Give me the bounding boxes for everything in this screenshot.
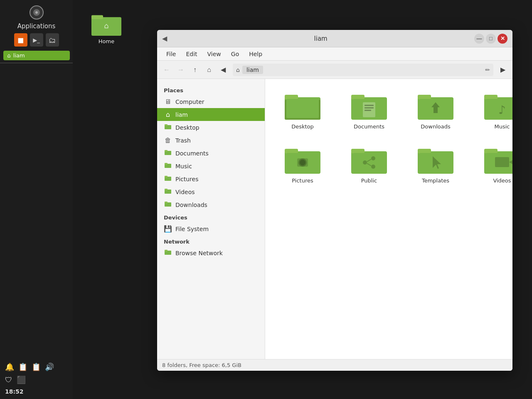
sidebar-label-computer: Computer [175, 99, 204, 105]
home-button[interactable]: ⌂ [203, 64, 215, 76]
menu-go[interactable]: Go [227, 49, 243, 59]
app-title-label: Applications [17, 22, 56, 30]
sidebar-item-downloads[interactable]: Downloads [157, 198, 265, 211]
menu-file[interactable]: File [162, 49, 180, 59]
window-controls: — □ ✕ [474, 34, 507, 44]
desktop-home-icon[interactable]: ⌂ Home [91, 12, 121, 44]
taskbar-active-item[interactable]: ⌂ liam [3, 51, 70, 60]
svg-rect-58 [484, 149, 498, 153]
svg-rect-17 [165, 202, 167, 203]
file-item-desktop[interactable]: Desktop [273, 87, 332, 133]
maximize-button[interactable]: □ [486, 34, 496, 44]
computer-icon: 🖥 [164, 98, 172, 106]
file-label-public: Public [361, 177, 377, 184]
file-item-templates[interactable]: Templates [406, 141, 465, 187]
titlebar-left: ◀ [162, 34, 167, 42]
file-label-music: Music [495, 123, 510, 130]
screen-icon[interactable]: ⬛ [17, 375, 26, 384]
trash-icon: 🗑 [164, 136, 172, 144]
forward-button[interactable]: → [175, 64, 187, 76]
file-item-music[interactable]: ♪ Music [473, 87, 512, 133]
file-manager-window: ◀ liam — □ ✕ File Edit View Go Help ← → … [157, 30, 512, 371]
downloads-sidebar-icon [164, 201, 172, 209]
sidebar-item-videos[interactable]: Videos [157, 185, 265, 198]
active-item-icon: ⌂ [7, 52, 11, 59]
taskbar-top: Applications ■ ▶_ 🗂 ⌂ liam [0, 0, 73, 63]
svg-rect-46 [351, 149, 365, 153]
svg-text:♪: ♪ [498, 103, 506, 117]
svg-point-48 [363, 160, 367, 165]
sidebar-item-desktop[interactable]: Desktop [157, 121, 265, 134]
app-logo [28, 4, 45, 21]
file-item-documents[interactable]: Documents [340, 87, 398, 133]
terminal-icon-btn[interactable]: ▶_ [30, 33, 43, 47]
sidebar-item-filesystem[interactable]: 💾 File System [157, 222, 265, 235]
network-section-title: Network [157, 235, 265, 246]
svg-rect-30 [365, 110, 371, 111]
sidebar-item-pictures[interactable]: Pictures [157, 172, 265, 185]
clock: 18:52 [5, 388, 68, 395]
sidebar-label-music: Music [175, 163, 192, 170]
file-item-videos[interactable]: Videos [473, 141, 512, 187]
sidebar-item-browse-network[interactable]: Browse Network [157, 246, 265, 259]
tray-icons-top: 🔔 📋 📋 🔊 [5, 362, 68, 371]
sidebar-label-documents: Documents [175, 150, 209, 157]
address-home-icon: ⌂ [236, 66, 240, 73]
back-button[interactable]: ← [160, 64, 173, 76]
tray-icons-bottom: 🛡 ⬛ [5, 375, 68, 384]
sidebar-label-downloads: Downloads [175, 202, 207, 208]
orange-icon-btn[interactable]: ■ [14, 33, 27, 47]
taskbar-icons-row: ■ ▶_ 🗂 [14, 33, 59, 47]
address-prev-button[interactable]: ◀ [217, 64, 229, 76]
sidebar-item-trash[interactable]: 🗑 Trash [157, 134, 265, 147]
files-icon-btn[interactable]: 🗂 [46, 33, 59, 47]
desktop-icon-label: Home [99, 38, 114, 44]
file-item-downloads[interactable]: Downloads [406, 87, 465, 133]
svg-rect-15 [165, 189, 167, 190]
address-next-button[interactable]: ▶ [497, 64, 509, 76]
file-label-documents: Documents [354, 123, 384, 130]
sidebar-label-filesystem: File System [175, 226, 209, 232]
address-edit-icon[interactable]: ✏ [485, 66, 490, 73]
svg-rect-28 [365, 105, 374, 106]
svg-rect-19 [165, 250, 167, 251]
sidebar-label-videos: Videos [175, 189, 195, 195]
music-sidebar-icon [164, 162, 172, 170]
volume-icon[interactable]: 🔊 [45, 362, 54, 371]
shield-icon[interactable]: 🛡 [5, 375, 12, 384]
sidebar-label-browse-network: Browse Network [175, 250, 223, 256]
clipboard-icon[interactable]: 📋 [18, 362, 27, 371]
sidebar-item-documents[interactable]: Documents [157, 147, 265, 160]
svg-point-44 [300, 160, 305, 165]
sidebar-item-liam[interactable]: ⌂ liam [157, 108, 265, 121]
up-button[interactable]: ↑ [189, 64, 201, 76]
sidebar-label-desktop: Desktop [175, 124, 200, 131]
minimize-button[interactable]: — [474, 34, 484, 44]
menubar: File Edit View Go Help [157, 47, 512, 61]
taskbar: Applications ■ ▶_ 🗂 ⌂ liam 🔔 📋 📋 🔊 🛡 ⬛ 1… [0, 0, 73, 399]
close-button[interactable]: ✕ [498, 34, 507, 44]
menu-view[interactable]: View [203, 49, 225, 59]
liam-home-icon: ⌂ [164, 111, 172, 118]
filesystem-icon: 💾 [164, 225, 172, 233]
svg-rect-54 [418, 149, 431, 153]
sidebar-label-pictures: Pictures [175, 176, 198, 182]
titlebar-chevron[interactable]: ◀ [162, 34, 167, 42]
sidebar-item-computer[interactable]: 🖥 Computer [157, 95, 265, 108]
clipboard2-icon[interactable]: 📋 [32, 362, 41, 371]
system-tray: 🔔 📋 📋 🔊 🛡 ⬛ 18:52 [0, 358, 73, 399]
file-item-pictures[interactable]: Pictures [273, 141, 332, 187]
menu-edit[interactable]: Edit [182, 49, 201, 59]
svg-rect-23 [286, 99, 319, 118]
file-item-public[interactable]: Public [340, 141, 398, 187]
sidebar-item-music[interactable]: Music [157, 160, 265, 172]
address-bar-text: liam [242, 66, 263, 74]
svg-rect-60 [495, 157, 509, 167]
menu-help[interactable]: Help [245, 49, 266, 59]
svg-rect-32 [418, 95, 431, 99]
devices-section-title: Devices [157, 211, 265, 222]
notification-icon[interactable]: 🔔 [5, 362, 14, 371]
svg-point-50 [371, 165, 375, 169]
svg-point-2 [35, 11, 38, 14]
svg-rect-36 [484, 95, 498, 99]
